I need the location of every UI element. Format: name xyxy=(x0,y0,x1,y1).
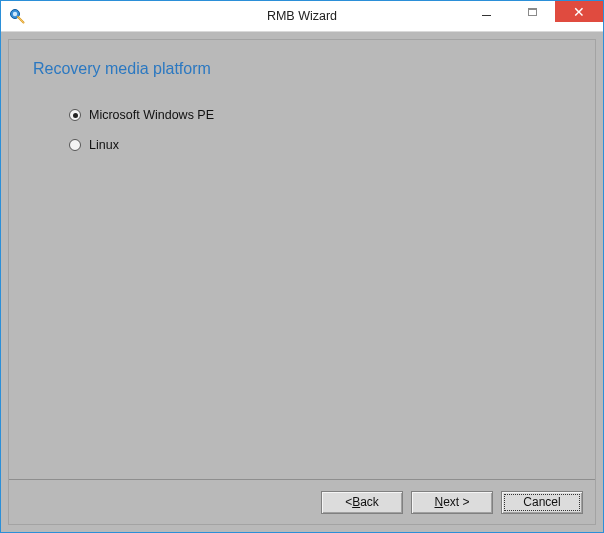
back-button[interactable]: < Back xyxy=(321,491,403,514)
client-area: Recovery media platform Microsoft Window… xyxy=(8,39,596,525)
minimize-button[interactable] xyxy=(463,1,509,22)
platform-options: Microsoft Windows PE Linux xyxy=(69,108,571,152)
close-icon: ✕ xyxy=(573,5,585,19)
title-bar: RMB Wizard ✕ xyxy=(1,1,603,32)
radio-windows-pe[interactable]: Microsoft Windows PE xyxy=(69,108,571,122)
button-rest: ext > xyxy=(443,495,469,509)
next-button[interactable]: Next > xyxy=(411,491,493,514)
radio-dot-icon xyxy=(73,113,78,118)
radio-label: Linux xyxy=(89,138,119,152)
cancel-button[interactable]: Cancel xyxy=(501,491,583,514)
radio-label: Microsoft Windows PE xyxy=(89,108,214,122)
button-rest: ack xyxy=(360,495,379,509)
wizard-footer: < Back Next > Cancel xyxy=(9,479,595,524)
page-heading: Recovery media platform xyxy=(33,60,571,78)
radio-icon xyxy=(69,109,81,121)
content-area: Recovery media platform Microsoft Window… xyxy=(9,40,595,479)
window-controls: ✕ xyxy=(463,1,603,22)
maximize-icon xyxy=(528,8,537,16)
minimize-icon xyxy=(482,15,491,17)
radio-icon xyxy=(69,139,81,151)
close-button[interactable]: ✕ xyxy=(555,1,603,22)
wizard-window: RMB Wizard ✕ Recovery media platform Mic… xyxy=(0,0,604,533)
button-mnemonic: B xyxy=(352,495,360,509)
button-label: Cancel xyxy=(523,495,560,509)
button-mnemonic: N xyxy=(434,495,443,509)
svg-point-1 xyxy=(13,12,17,16)
radio-linux[interactable]: Linux xyxy=(69,138,571,152)
maximize-button[interactable] xyxy=(509,1,555,22)
button-prefix: < xyxy=(345,495,352,509)
app-icon xyxy=(9,8,25,24)
